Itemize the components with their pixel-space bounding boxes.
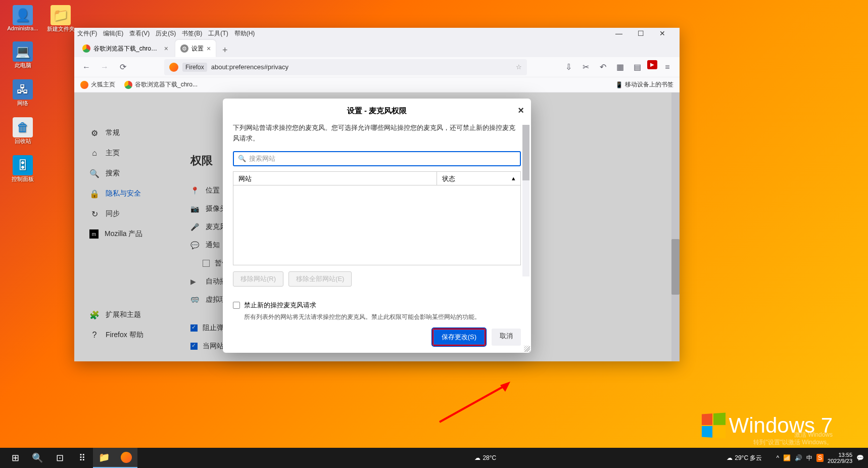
task-view-button[interactable]: ⊡ [49,448,71,468]
cloud-icon: ☁ [474,454,480,461]
modal-scrollbar[interactable] [522,125,529,276]
tray-chevron-icon[interactable]: ^ [776,454,779,461]
taskbar: ⊞ 🔍 ⊡ ⠿ 📁 ☁28°C ☁29°C 多云 ^ 📶 🔊 中 S 13:55… [0,448,868,468]
ime-indicator[interactable]: 中 [806,454,812,462]
start-button[interactable]: ⊞ [4,448,26,468]
search-icon: 🔍 [238,155,246,162]
modal-overlay: 设置 - 麦克风权限 × 下列网站曾请求操控您的麦克风。您可选择允许哪些网站操控… [74,28,680,361]
cancel-button[interactable]: 取消 [492,329,521,346]
sites-table-header: 网站 状态▴ [233,171,521,185]
svg-line-0 [440,384,508,422]
search-sites-input[interactable]: 🔍 搜索网站 [233,151,521,166]
sogou-icon[interactable]: S [816,454,824,462]
cloud-icon: ☁ [727,454,733,461]
desktop-icon-controlpanel[interactable]: 🎛控制面板 [5,155,40,183]
resize-handle[interactable] [524,346,530,352]
sort-icon: ▴ [512,174,515,182]
block-note: 所有列表外的网站将无法请求操控您的麦克风。禁止此权限可能会影响某些网站的功能。 [244,313,521,321]
modal-close-button[interactable]: × [518,105,524,116]
modal-description: 下列网站曾请求操控您的麦克风。您可选择允许哪些网站操控您的麦克风，还可禁止新的操… [233,123,521,144]
volume-icon[interactable]: 🔊 [795,454,802,461]
weather-widget-1[interactable]: ☁28°C [474,454,496,461]
desktop-icon-newfolder[interactable]: 📁新建文件夹 [43,5,78,33]
activate-windows-watermark: 激活 Windows 转到"设置"以激活 Windows。 [753,431,833,447]
windows-logo-icon [701,412,725,438]
modal-title: 设置 - 麦克风权限 [347,106,407,116]
modal-header: 设置 - 麦克风权限 × [223,99,531,123]
action-center-icon[interactable]: 💬 [856,454,864,461]
save-changes-button[interactable]: 保存更改(S) [432,329,486,346]
weather-widget-2[interactable]: ☁29°C 多云 [727,454,762,462]
sites-table-body [233,185,521,265]
desktop-icons: 👤Administra... 💻此电脑 🖧网络 🗑回收站 🎛控制面板 [5,5,40,183]
col-status[interactable]: 状态▴ [437,172,520,185]
remove-site-button[interactable]: 移除网站(R) [233,271,283,287]
block-new-requests-checkbox[interactable]: 禁止新的操控麦克风请求 [233,301,521,310]
desktop-icon-recyclebin[interactable]: 🗑回收站 [5,117,40,145]
apps-button[interactable]: ⠿ [71,448,93,468]
network-icon[interactable]: 📶 [783,454,791,461]
svg-marker-1 [500,382,510,392]
desktop-icon-admin[interactable]: 👤Administra... [5,5,40,31]
clock[interactable]: 13:55 2022/9/23 [828,452,852,464]
checkbox[interactable] [233,302,240,309]
firefox-icon [121,452,132,463]
annotation-arrow [435,379,515,425]
desktop-top-row: 📁新建文件夹 [43,5,78,33]
remove-all-sites-button[interactable]: 移除全部网站(E) [288,271,352,287]
firefox-taskbar[interactable] [115,448,137,468]
desktop-icon-network[interactable]: 🖧网络 [5,79,40,107]
microphone-permissions-dialog: 设置 - 麦克风权限 × 下列网站曾请求操控您的麦克风。您可选择允许哪些网站操控… [223,99,531,353]
system-tray: ☁28°C ☁29°C 多云 ^ 📶 🔊 中 S 13:55 2022/9/23… [474,452,864,464]
modal-scrollbar-thumb[interactable] [522,125,529,180]
desktop-icon-thispc[interactable]: 💻此电脑 [5,41,40,69]
search-button[interactable]: 🔍 [26,448,49,468]
col-site[interactable]: 网站 [233,172,437,185]
explorer-taskbar[interactable]: 📁 [93,448,115,468]
